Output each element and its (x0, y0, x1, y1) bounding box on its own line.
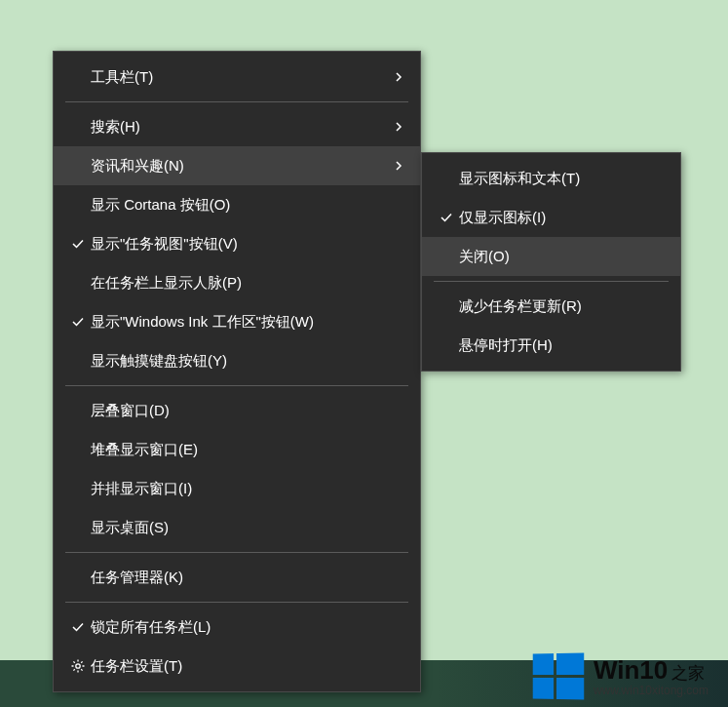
menu-label: 显示桌面(S) (91, 519, 408, 537)
taskbar-context-menu: 工具栏(T) 搜索(H) 资讯和兴趣(N) 显示 Cortana 按钮(O) 显… (53, 51, 421, 692)
news-interests-submenu: 显示图标和文本(T) 仅显示图标(I) 关闭(O) 减少任务栏更新(R) 悬停时… (421, 152, 681, 372)
menu-item-toolbars[interactable]: 工具栏(T) (54, 58, 420, 97)
svg-point-0 (76, 664, 80, 668)
menu-label: 工具栏(T) (91, 68, 389, 87)
menu-item-side-by-side[interactable]: 并排显示窗口(I) (54, 469, 420, 508)
menu-label: 显示"任务视图"按钮(V) (91, 235, 408, 254)
watermark-text: Win10 之家 www.win10xitong.com (594, 655, 709, 697)
check-icon (434, 211, 459, 224)
watermark: Win10 之家 www.win10xitong.com (532, 653, 709, 699)
chevron-right-icon (389, 122, 408, 132)
menu-item-show-cortana[interactable]: 显示 Cortana 按钮(O) (54, 185, 420, 224)
menu-item-news-interests[interactable]: 资讯和兴趣(N) (54, 146, 420, 185)
submenu-item-icon-only[interactable]: 仅显示图标(I) (422, 198, 680, 237)
chevron-right-icon (389, 161, 408, 171)
windows-logo-icon (533, 653, 585, 700)
menu-label: 并排显示窗口(I) (91, 480, 408, 498)
menu-label: 显示"Windows Ink 工作区"按钮(W) (91, 313, 408, 332)
separator (65, 602, 408, 603)
menu-label: 资讯和兴趣(N) (91, 157, 389, 176)
check-icon (65, 237, 91, 251)
submenu-item-close[interactable]: 关闭(O) (422, 237, 680, 276)
menu-label: 层叠窗口(D) (91, 402, 408, 420)
menu-item-search[interactable]: 搜索(H) (54, 107, 420, 146)
menu-item-task-manager[interactable]: 任务管理器(K) (54, 558, 420, 597)
menu-item-stack-windows[interactable]: 堆叠显示窗口(E) (54, 430, 420, 469)
separator (65, 552, 408, 553)
menu-item-show-people[interactable]: 在任务栏上显示人脉(P) (54, 263, 420, 302)
menu-item-cascade-windows[interactable]: 层叠窗口(D) (54, 391, 420, 430)
watermark-suffix: 之家 (671, 662, 705, 685)
menu-item-taskbar-settings[interactable]: 任务栏设置(T) (54, 647, 420, 686)
menu-label: 仅显示图标(I) (459, 209, 669, 227)
submenu-item-icon-text[interactable]: 显示图标和文本(T) (422, 159, 680, 198)
check-icon (65, 315, 91, 329)
submenu-item-reduce-updates[interactable]: 减少任务栏更新(R) (422, 287, 680, 326)
watermark-brand: Win10 (594, 655, 668, 686)
watermark-url: www.win10xitong.com (594, 684, 709, 697)
menu-label: 关闭(O) (459, 248, 669, 266)
menu-label: 在任务栏上显示人脉(P) (91, 274, 408, 293)
menu-label: 堆叠显示窗口(E) (91, 441, 408, 459)
check-icon (65, 620, 91, 634)
chevron-right-icon (389, 72, 408, 82)
separator (434, 281, 669, 282)
menu-label: 搜索(H) (91, 118, 389, 137)
menu-label: 锁定所有任务栏(L) (91, 618, 408, 637)
menu-label: 任务栏设置(T) (91, 657, 408, 676)
submenu-item-open-on-hover[interactable]: 悬停时打开(H) (422, 326, 680, 365)
separator (65, 101, 408, 102)
menu-label: 显示 Cortana 按钮(O) (91, 196, 408, 215)
menu-label: 悬停时打开(H) (459, 336, 669, 355)
gear-icon (65, 658, 91, 674)
menu-label: 减少任务栏更新(R) (459, 297, 669, 316)
menu-item-lock-taskbar[interactable]: 锁定所有任务栏(L) (54, 608, 420, 647)
menu-item-touch-keyboard[interactable]: 显示触摸键盘按钮(Y) (54, 341, 420, 380)
menu-item-windows-ink[interactable]: 显示"Windows Ink 工作区"按钮(W) (54, 302, 420, 341)
menu-label: 任务管理器(K) (91, 569, 408, 587)
menu-label: 显示触摸键盘按钮(Y) (91, 352, 408, 371)
menu-item-task-view[interactable]: 显示"任务视图"按钮(V) (54, 224, 420, 263)
menu-item-show-desktop[interactable]: 显示桌面(S) (54, 508, 420, 547)
separator (65, 385, 408, 386)
menu-label: 显示图标和文本(T) (459, 170, 669, 188)
